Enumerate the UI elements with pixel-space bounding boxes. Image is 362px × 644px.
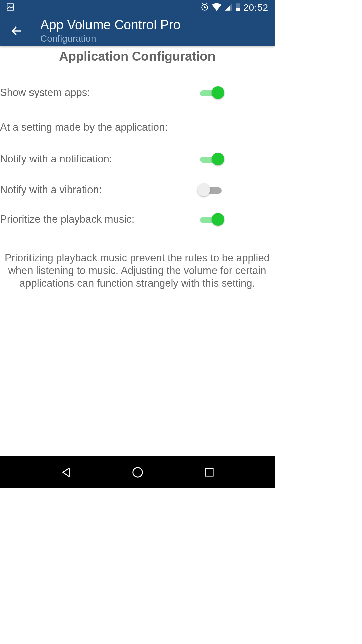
toggle-show-system-apps[interactable] bbox=[199, 86, 223, 100]
setting-notify-notification: Notify with a notification: bbox=[0, 148, 275, 170]
image-icon bbox=[6, 3, 15, 13]
signal-icon bbox=[224, 3, 233, 13]
nav-home-icon[interactable] bbox=[131, 466, 144, 479]
setting-label: Show system apps: bbox=[0, 87, 199, 99]
setting-label: Notify with a vibration: bbox=[0, 184, 199, 196]
setting-prioritize-playback: Prioritize the playback music: bbox=[0, 208, 275, 231]
status-right: 20:52 bbox=[200, 2, 268, 13]
setting-notify-vibration: Notify with a vibration: bbox=[0, 178, 275, 201]
status-left bbox=[6, 3, 15, 13]
svg-point-5 bbox=[133, 467, 143, 477]
status-time: 20:52 bbox=[243, 2, 268, 13]
section-subheader: At a setting made by the application: bbox=[0, 121, 275, 133]
content: Application Configuration Show system ap… bbox=[0, 46, 275, 290]
wifi-icon bbox=[212, 3, 221, 12]
section-title: Application Configuration bbox=[0, 49, 275, 64]
setting-label: Prioritize the playback music: bbox=[0, 213, 199, 225]
app-bar-titles: App Volume Control Pro Configuration bbox=[40, 17, 180, 44]
alarm-icon bbox=[200, 3, 209, 13]
page-title: App Volume Control Pro bbox=[40, 17, 180, 33]
nav-back-icon[interactable] bbox=[60, 466, 72, 479]
battery-icon bbox=[235, 3, 241, 13]
back-arrow-icon[interactable] bbox=[10, 24, 23, 38]
page-subtitle: Configuration bbox=[40, 33, 180, 44]
toggle-notify-notification[interactable] bbox=[199, 152, 223, 166]
svg-rect-6 bbox=[205, 468, 213, 476]
status-bar: 20:52 bbox=[0, 0, 275, 15]
svg-rect-3 bbox=[237, 3, 239, 3]
setting-show-system-apps: Show system apps: bbox=[0, 81, 275, 104]
toggle-notify-vibration[interactable] bbox=[199, 183, 223, 197]
toggle-prioritize-playback[interactable] bbox=[199, 212, 223, 226]
android-nav-bar bbox=[0, 456, 275, 488]
svg-rect-4 bbox=[236, 8, 240, 11]
description-text: Prioritizing playback music prevent the … bbox=[0, 252, 275, 290]
nav-recent-icon[interactable] bbox=[203, 467, 215, 478]
app-bar: App Volume Control Pro Configuration bbox=[0, 15, 275, 46]
setting-label: Notify with a notification: bbox=[0, 153, 199, 165]
